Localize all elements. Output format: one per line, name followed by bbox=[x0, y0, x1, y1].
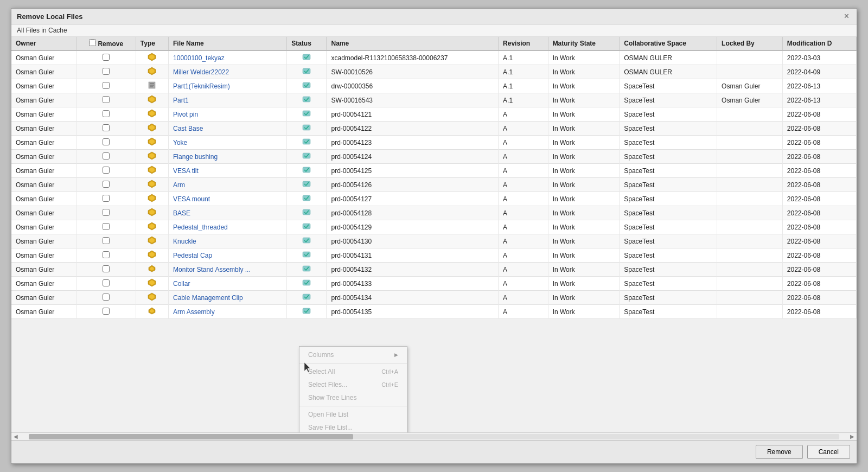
context-menu-item-columns[interactable]: Columns bbox=[299, 348, 407, 361]
scroll-left-btn[interactable]: ◀ bbox=[11, 433, 20, 439]
row-checkbox[interactable] bbox=[103, 68, 110, 75]
close-button[interactable]: × bbox=[842, 12, 851, 21]
context-menu-item-select-files...[interactable]: Select Files...Ctrl+E bbox=[299, 378, 407, 391]
cell-collab: SpaceTest bbox=[620, 248, 717, 263]
subtitle-text: All Files in Cache bbox=[17, 27, 67, 34]
col-header-remove[interactable]: Remove bbox=[76, 37, 136, 50]
row-checkbox[interactable] bbox=[103, 96, 110, 103]
cell-remove[interactable] bbox=[76, 291, 136, 305]
cell-remove[interactable] bbox=[76, 107, 136, 122]
col-header-locked: Locked By bbox=[717, 37, 783, 50]
svg-rect-52 bbox=[303, 280, 310, 285]
select-all-checkbox[interactable] bbox=[89, 39, 96, 46]
cell-status bbox=[287, 107, 327, 122]
row-checkbox[interactable] bbox=[103, 251, 110, 258]
cell-locked bbox=[717, 192, 783, 206]
row-checkbox[interactable] bbox=[103, 138, 110, 145]
cell-owner: Osman Guler bbox=[11, 291, 76, 305]
row-checkbox[interactable] bbox=[103, 54, 110, 61]
remove-button[interactable]: Remove bbox=[756, 445, 803, 459]
table-row: Osman Guler Collar prd-00054133 A In Wor… bbox=[11, 277, 857, 291]
cell-maturity: In Work bbox=[548, 136, 620, 150]
cell-revision: A bbox=[499, 263, 548, 277]
cancel-button[interactable]: Cancel bbox=[807, 445, 850, 459]
cell-collab: SpaceTest bbox=[620, 136, 717, 150]
cell-status bbox=[287, 220, 327, 234]
cell-revision: A bbox=[499, 206, 548, 220]
cell-revision: A bbox=[499, 122, 548, 136]
context-menu-separator bbox=[299, 363, 407, 363]
cell-modification: 2022-06-08 bbox=[782, 164, 856, 178]
cell-maturity: In Work bbox=[548, 305, 620, 319]
row-checkbox[interactable] bbox=[103, 110, 110, 117]
context-menu: ColumnsSelect AllCtrl+ASelect Files...Ct… bbox=[299, 346, 407, 432]
cell-modification: 2022-06-08 bbox=[782, 178, 856, 192]
cell-type bbox=[136, 65, 168, 79]
row-checkbox[interactable] bbox=[103, 294, 110, 301]
cell-status bbox=[287, 263, 327, 277]
row-checkbox[interactable] bbox=[103, 124, 110, 131]
cell-remove[interactable] bbox=[76, 192, 136, 206]
cell-remove[interactable] bbox=[76, 277, 136, 291]
table-row: Osman Guler 10000100_tekyaz xcadmodel-R1… bbox=[11, 50, 857, 65]
ctx-item-label: Open File List bbox=[308, 411, 348, 418]
context-menu-item-save-file-list...[interactable]: Save File List... bbox=[299, 421, 407, 432]
row-checkbox[interactable] bbox=[103, 279, 110, 286]
cell-revision: A.1 bbox=[499, 93, 548, 107]
table-body: Osman Guler 10000100_tekyaz xcadmodel-R1… bbox=[11, 50, 857, 319]
cell-name: xcadmodel-R1132100658338-00006237 bbox=[327, 50, 499, 65]
cell-revision: A bbox=[499, 220, 548, 234]
row-checkbox[interactable] bbox=[103, 181, 110, 188]
row-checkbox[interactable] bbox=[103, 308, 110, 315]
table-row: Osman Guler VESA mount prd-00054127 A In… bbox=[11, 192, 857, 206]
context-menu-item-open-file-list[interactable]: Open File List bbox=[299, 408, 407, 421]
table-row: Osman Guler Yoke prd-00054123 A In Work … bbox=[11, 136, 857, 150]
cell-remove[interactable] bbox=[76, 178, 136, 192]
cell-maturity: In Work bbox=[548, 220, 620, 234]
cell-remove[interactable] bbox=[76, 50, 136, 65]
cell-maturity: In Work bbox=[548, 107, 620, 122]
cell-revision: A bbox=[499, 248, 548, 263]
row-checkbox[interactable] bbox=[103, 237, 110, 244]
cell-status bbox=[287, 234, 327, 248]
cell-remove[interactable] bbox=[76, 150, 136, 164]
row-checkbox[interactable] bbox=[103, 82, 110, 89]
cell-remove[interactable] bbox=[76, 136, 136, 150]
horizontal-scrollbar[interactable]: ◀ ▶ bbox=[11, 432, 857, 440]
col-header-owner: Owner bbox=[11, 37, 76, 50]
row-checkbox[interactable] bbox=[103, 209, 110, 216]
cell-filename: Part1(TeknikResim) bbox=[169, 79, 287, 93]
row-checkbox[interactable] bbox=[103, 152, 110, 160]
cell-type bbox=[136, 234, 168, 248]
cell-remove[interactable] bbox=[76, 206, 136, 220]
scroll-right-btn[interactable]: ▶ bbox=[848, 433, 857, 439]
cell-locked bbox=[717, 178, 783, 192]
cell-remove[interactable] bbox=[76, 122, 136, 136]
scroll-thumb[interactable] bbox=[29, 434, 353, 439]
cell-remove[interactable] bbox=[76, 93, 136, 107]
row-checkbox[interactable] bbox=[103, 195, 110, 202]
row-checkbox[interactable] bbox=[103, 223, 110, 230]
row-checkbox[interactable] bbox=[103, 167, 110, 174]
cell-status bbox=[287, 206, 327, 220]
row-checkbox[interactable] bbox=[103, 265, 110, 272]
cell-remove[interactable] bbox=[76, 164, 136, 178]
context-menu-item-select-all[interactable]: Select AllCtrl+A bbox=[299, 365, 407, 378]
cell-remove[interactable] bbox=[76, 220, 136, 234]
cell-type bbox=[136, 136, 168, 150]
cell-remove[interactable] bbox=[76, 305, 136, 319]
table-row: Osman Guler Cable Management Clip prd-00… bbox=[11, 291, 857, 305]
cell-remove[interactable] bbox=[76, 234, 136, 248]
cell-remove[interactable] bbox=[76, 248, 136, 263]
context-menu-item-show-tree-lines[interactable]: Show Tree Lines bbox=[299, 391, 407, 404]
cell-remove[interactable] bbox=[76, 263, 136, 277]
cell-filename: Cast Base bbox=[169, 122, 287, 136]
cell-collab: SpaceTest bbox=[620, 234, 717, 248]
cell-remove[interactable] bbox=[76, 65, 136, 79]
svg-rect-25 bbox=[303, 153, 310, 158]
cell-type bbox=[136, 220, 168, 234]
cell-status bbox=[287, 248, 327, 263]
cell-owner: Osman Guler bbox=[11, 277, 76, 291]
cell-type bbox=[136, 93, 168, 107]
cell-remove[interactable] bbox=[76, 79, 136, 93]
